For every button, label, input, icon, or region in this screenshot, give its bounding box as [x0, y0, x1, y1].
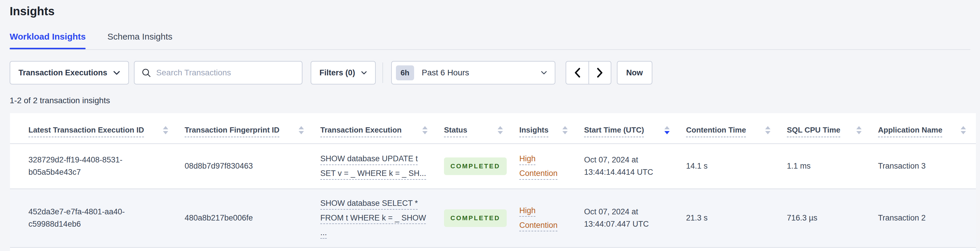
cell-latest-transaction-execution-id: 328729d2-ff19-4408-8531-b05a5b4e43c7 — [29, 147, 169, 185]
cell-latest-transaction-execution-id: 452da3e7-e7fa-4801-aa40-c59988d14eb6 — [29, 199, 169, 238]
time-range-badge: 6h — [396, 66, 414, 80]
insights-table-card: Latest Transaction Execution ID Transact… — [10, 113, 976, 251]
time-range-stepper — [566, 61, 611, 85]
sort-icon[interactable] — [299, 126, 304, 134]
filters-button[interactable]: Filters (0) — [311, 61, 376, 85]
chevron-down-icon — [113, 71, 120, 75]
table-row: 452da3e7-e7fa-4801-aa40-c59988d14eb6 480… — [10, 189, 976, 248]
tab-schema-insights[interactable]: Schema Insights — [107, 32, 172, 49]
cell-application-name: Transaction 2 — [878, 205, 970, 231]
column-header-label[interactable]: Status — [444, 126, 467, 134]
column-header-start-time: Start Time (UTC) — [584, 113, 686, 143]
sort-icon[interactable] — [856, 126, 862, 134]
transaction-execution-link[interactable]: SHOW database UPDATE t SET v = _ WHERE k… — [320, 152, 426, 181]
search-icon — [142, 68, 151, 77]
execution-type-dropdown[interactable]: Transaction Executions — [10, 61, 129, 85]
now-button[interactable]: Now — [617, 61, 652, 85]
chevron-down-icon — [541, 71, 547, 75]
chevron-right-icon — [597, 68, 603, 78]
search-box[interactable] — [134, 61, 302, 85]
column-header-label[interactable]: Contention Time — [686, 126, 746, 134]
next-time-button[interactable] — [589, 62, 611, 84]
cell-contention-time: 14.1 s — [686, 153, 787, 179]
column-header-label[interactable]: SQL CPU Time — [787, 126, 840, 134]
time-range-label: Past 6 Hours — [422, 68, 469, 77]
column-header-label[interactable]: Application Name — [878, 126, 942, 134]
cell-sql-cpu-time: 716.3 µs — [787, 205, 878, 231]
insight-link[interactable]: High Contention — [519, 203, 569, 233]
column-header-label[interactable]: Start Time (UTC) — [584, 126, 644, 134]
cell-transaction-fingerprint-id: 480a8b217be006fe — [185, 205, 320, 231]
sort-icon[interactable] — [562, 126, 568, 134]
column-header-label[interactable]: Insights — [519, 126, 549, 134]
page-title: Insights — [10, 4, 970, 18]
sort-icon[interactable] — [498, 126, 503, 134]
tab-bar: Workload Insights Schema Insights — [10, 32, 970, 50]
chevron-down-icon — [361, 71, 367, 75]
toolbar: Transaction Executions Filters (0) 6h Pa… — [10, 61, 970, 85]
sort-icon[interactable] — [961, 126, 966, 134]
column-header-status: Status — [444, 113, 519, 143]
table-row: 328729d2-ff19-4408-8531-b05a5b4e43c7 08d… — [10, 144, 976, 189]
column-header-application-name: Application Name — [878, 113, 970, 143]
tab-workload-insights[interactable]: Workload Insights — [10, 32, 86, 49]
sort-icon[interactable] — [422, 126, 428, 134]
insight-link[interactable]: High Contention — [519, 152, 569, 181]
results-summary: 1-2 of 2 transaction insights — [10, 96, 970, 106]
column-header-contention-time: Contention Time — [686, 113, 787, 143]
column-header-transaction-fingerprint-id: Transaction Fingerprint ID — [185, 113, 320, 143]
cell-sql-cpu-time: 1.1 ms — [787, 153, 878, 179]
column-header-insights: Insights — [519, 113, 584, 143]
column-header-latest-transaction-execution-id: Latest Transaction Execution ID — [29, 113, 185, 143]
sort-icon-active-desc[interactable] — [664, 126, 670, 134]
table-header-row: Latest Transaction Execution ID Transact… — [10, 113, 976, 144]
cell-start-time: Oct 07, 2024 at 13:44:14.4414 UTC — [584, 147, 686, 185]
execution-type-label: Transaction Executions — [19, 68, 107, 77]
search-input[interactable] — [156, 68, 295, 77]
cell-contention-time: 21.3 s — [686, 205, 787, 231]
column-header-transaction-execution: Transaction Execution — [320, 113, 444, 143]
insights-page: Insights Workload Insights Schema Insigh… — [0, 0, 980, 251]
sort-icon[interactable] — [765, 126, 770, 134]
status-badge: COMPLETED — [444, 157, 507, 175]
column-header-label[interactable]: Transaction Fingerprint ID — [185, 126, 280, 134]
cell-start-time: Oct 07, 2024 at 13:44:07.447 UTC — [584, 199, 686, 238]
prev-time-button[interactable] — [566, 62, 589, 84]
time-range-picker[interactable]: 6h Past 6 Hours — [391, 61, 555, 85]
cell-application-name: Transaction 3 — [878, 153, 970, 179]
sort-icon[interactable] — [163, 126, 168, 134]
cell-transaction-fingerprint-id: 08d8b7d97f830463 — [185, 153, 320, 179]
chevron-left-icon — [574, 68, 581, 78]
filters-label: Filters (0) — [320, 68, 355, 77]
tab-underline — [10, 49, 970, 50]
column-header-sql-cpu-time: SQL CPU Time — [787, 113, 878, 143]
transaction-execution-link[interactable]: SHOW database SELECT * FROM t WHERE k = … — [320, 196, 426, 240]
column-header-label[interactable]: Latest Transaction Execution ID — [29, 126, 144, 134]
status-badge: COMPLETED — [444, 209, 507, 227]
now-button-label: Now — [626, 68, 643, 77]
column-header-label[interactable]: Transaction Execution — [320, 126, 401, 134]
toolbar-divider — [382, 62, 383, 83]
